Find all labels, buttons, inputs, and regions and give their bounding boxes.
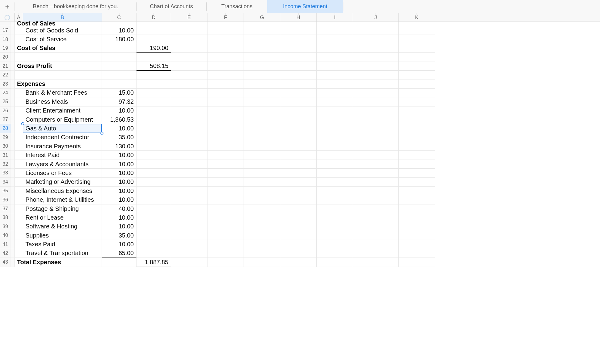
col-header-H[interactable]: H xyxy=(280,13,317,22)
row-header-18[interactable]: 18 xyxy=(0,35,11,44)
cell-E23[interactable] xyxy=(171,79,207,88)
cell-G24[interactable] xyxy=(244,89,280,97)
cell-E42[interactable] xyxy=(171,249,207,258)
row-header-17[interactable]: 17 xyxy=(0,26,11,35)
cell-B27[interactable]: Computers or Equipment xyxy=(23,115,102,124)
cell-H33[interactable] xyxy=(280,169,317,177)
cell-E33[interactable] xyxy=(171,169,207,177)
cell-J23[interactable] xyxy=(353,79,399,88)
cell-B21[interactable] xyxy=(23,62,102,71)
cell-H22[interactable] xyxy=(280,71,317,79)
tab-transactions[interactable]: Transactions xyxy=(207,0,267,13)
cell-G26[interactable] xyxy=(244,106,280,115)
cell-C30[interactable]: 130.00 xyxy=(102,142,137,151)
cell-E25[interactable] xyxy=(171,97,207,106)
row-header-16[interactable] xyxy=(0,22,11,26)
cell-J42[interactable] xyxy=(353,249,399,258)
cell-F22[interactable] xyxy=(207,71,244,79)
cell-F41[interactable] xyxy=(207,240,244,249)
cell-H39[interactable] xyxy=(280,222,317,231)
cell-A39[interactable] xyxy=(15,222,23,231)
cell-I16[interactable] xyxy=(317,22,353,26)
cell-B38[interactable]: Rent or Lease xyxy=(23,213,102,222)
row-header-37[interactable]: 37 xyxy=(0,204,11,213)
cell-A16[interactable]: Cost of Sales xyxy=(15,22,23,26)
cell-I42[interactable] xyxy=(317,249,353,258)
cell-A38[interactable] xyxy=(15,213,23,222)
row-header-24[interactable]: 24 xyxy=(0,89,11,97)
cell-F25[interactable] xyxy=(207,97,244,106)
cell-K27[interactable] xyxy=(399,115,435,124)
cell-D36[interactable] xyxy=(137,195,171,204)
cell-C29[interactable]: 35.00 xyxy=(102,133,137,142)
cell-C37[interactable]: 40.00 xyxy=(102,204,137,213)
select-all-corner[interactable] xyxy=(0,13,15,22)
cell-K22[interactable] xyxy=(399,71,435,79)
cell-F17[interactable] xyxy=(207,26,244,35)
cell-I41[interactable] xyxy=(317,240,353,249)
cell-G27[interactable] xyxy=(244,115,280,124)
cell-D23[interactable] xyxy=(137,79,171,88)
cell-I17[interactable] xyxy=(317,26,353,35)
cell-H41[interactable] xyxy=(280,240,317,249)
cell-D34[interactable] xyxy=(137,178,171,187)
cell-E24[interactable] xyxy=(171,89,207,97)
cell-G32[interactable] xyxy=(244,160,280,169)
cell-C31[interactable]: 10.00 xyxy=(102,151,137,160)
row-header-27[interactable]: 27 xyxy=(0,115,11,124)
col-header-C[interactable]: C xyxy=(102,13,137,22)
cell-F16[interactable] xyxy=(207,22,244,26)
cell-G29[interactable] xyxy=(244,133,280,142)
cell-E21[interactable] xyxy=(171,62,207,71)
cell-B31[interactable]: Interest Paid xyxy=(23,151,102,160)
cell-F31[interactable] xyxy=(207,151,244,160)
col-header-I[interactable]: I xyxy=(317,13,353,22)
cell-D43[interactable]: 1,887.85 xyxy=(137,258,171,267)
cell-E16[interactable] xyxy=(171,22,207,26)
cell-D39[interactable] xyxy=(137,222,171,231)
cell-D20[interactable] xyxy=(137,53,171,62)
cell-I31[interactable] xyxy=(317,151,353,160)
cell-K37[interactable] xyxy=(399,204,435,213)
cell-J41[interactable] xyxy=(353,240,399,249)
cell-E38[interactable] xyxy=(171,213,207,222)
cell-D19[interactable]: 190.00 xyxy=(137,44,171,53)
cell-I38[interactable] xyxy=(317,213,353,222)
cell-D17[interactable] xyxy=(137,26,171,35)
cell-J27[interactable] xyxy=(353,115,399,124)
cell-F43[interactable] xyxy=(207,258,244,267)
cell-H36[interactable] xyxy=(280,195,317,204)
cell-C23[interactable] xyxy=(102,79,137,88)
cell-D30[interactable] xyxy=(137,142,171,151)
cell-D42[interactable] xyxy=(137,249,171,258)
cell-B42[interactable]: Travel & Transportation xyxy=(23,249,102,258)
cell-A29[interactable] xyxy=(15,133,23,142)
cell-C16[interactable] xyxy=(102,22,137,26)
cell-F34[interactable] xyxy=(207,178,244,187)
cell-A34[interactable] xyxy=(15,178,23,187)
cell-B30[interactable]: Insurance Payments xyxy=(23,142,102,151)
cell-E36[interactable] xyxy=(171,195,207,204)
col-header-D[interactable]: D xyxy=(137,13,171,22)
cell-E17[interactable] xyxy=(171,26,207,35)
cell-B26[interactable]: Client Entertainment xyxy=(23,106,102,115)
cell-J22[interactable] xyxy=(353,71,399,79)
cell-K32[interactable] xyxy=(399,160,435,169)
cell-F21[interactable] xyxy=(207,62,244,71)
cell-E34[interactable] xyxy=(171,178,207,187)
cell-C27[interactable]: 1,360.53 xyxy=(102,115,137,124)
cell-I20[interactable] xyxy=(317,53,353,62)
cell-H43[interactable] xyxy=(280,258,317,267)
cell-C39[interactable]: 10.00 xyxy=(102,222,137,231)
cell-J38[interactable] xyxy=(353,213,399,222)
cell-A31[interactable] xyxy=(15,151,23,160)
cell-K38[interactable] xyxy=(399,213,435,222)
cell-D29[interactable] xyxy=(137,133,171,142)
cell-J34[interactable] xyxy=(353,178,399,187)
cell-C21[interactable] xyxy=(102,62,137,71)
cell-E22[interactable] xyxy=(171,71,207,79)
cell-I29[interactable] xyxy=(317,133,353,142)
cell-F42[interactable] xyxy=(207,249,244,258)
cell-K33[interactable] xyxy=(399,169,435,177)
cell-A21[interactable]: Gross Profit xyxy=(15,62,23,71)
